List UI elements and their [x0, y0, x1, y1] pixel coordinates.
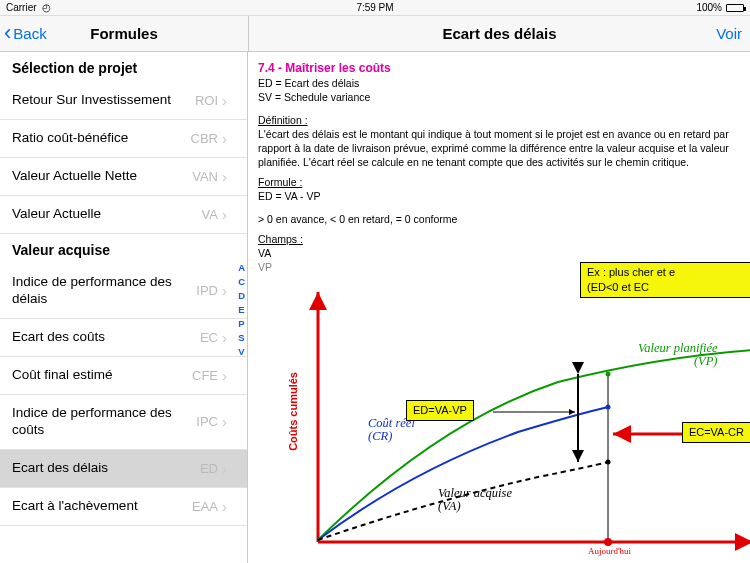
sidebar-item-label: Ecart des coûts	[12, 329, 200, 346]
sidebar-item-ec[interactable]: Ecart des coûts EC›	[0, 319, 247, 357]
chevron-right-icon: ›	[222, 413, 227, 430]
section-index[interactable]: A C D E P S V	[238, 262, 245, 357]
champs-va: VA	[258, 246, 740, 260]
sidebar-item-code: VA	[202, 207, 218, 222]
sidebar-item-cfe[interactable]: Coût final estimé CFE›	[0, 357, 247, 395]
voir-button[interactable]: Voir	[716, 25, 742, 42]
nav-separator	[248, 16, 249, 51]
detail-pane[interactable]: 7.4 - Maîtriser les coûts ED = Ecart des…	[248, 52, 750, 563]
sidebar-item-cbr[interactable]: Ratio coût-bénéfice CBR›	[0, 120, 247, 158]
svg-point-6	[606, 460, 611, 465]
sidebar-item-code: CBR	[191, 131, 218, 146]
sidebar-item-code: EC	[200, 330, 218, 345]
sidebar-item-code: IPD	[196, 283, 218, 298]
va-label: Valeur acquise (VA)	[438, 487, 512, 513]
sidebar-item-label: Ratio coût-bénéfice	[12, 130, 191, 147]
index-letter[interactable]: V	[238, 346, 245, 357]
section-header-valeur-acquise: Valeur acquise	[0, 234, 247, 264]
detail-title: Ecart des délais	[249, 25, 750, 42]
definition-body: L'écart des délais est le montant qui in…	[258, 127, 740, 170]
sidebar-item-code: IPC	[196, 414, 218, 429]
sidebar-item-code: ED	[200, 461, 218, 476]
chevron-right-icon: ›	[222, 460, 227, 477]
chart-svg	[258, 262, 750, 563]
chevron-right-icon: ›	[222, 130, 227, 147]
chevron-right-icon: ›	[222, 329, 227, 346]
content-heading: 7.4 - Maîtriser les coûts	[258, 60, 740, 76]
sidebar-item-label: Indice de performance des coûts	[12, 405, 196, 439]
sidebar-item-code: CFE	[192, 368, 218, 383]
ec-formula-box: EC=VA-CR	[682, 422, 750, 443]
chevron-left-icon: ‹	[4, 22, 11, 44]
back-button[interactable]: ‹ Back	[4, 24, 47, 44]
sidebar-item-label: Coût final estimé	[12, 367, 192, 384]
battery-icon	[726, 4, 744, 12]
chevron-right-icon: ›	[222, 168, 227, 185]
clock: 7:59 PM	[0, 2, 750, 13]
y-axis-label: Coûts cumulés	[286, 372, 301, 451]
index-letter[interactable]: C	[238, 276, 245, 287]
index-letter[interactable]: E	[238, 304, 245, 315]
section-header-selection: Sélection de projet	[0, 52, 247, 82]
sidebar-item-code: EAA	[192, 499, 218, 514]
back-label: Back	[13, 25, 46, 42]
champs-title: Champs :	[258, 232, 740, 246]
formule-title: Formule :	[258, 175, 740, 189]
svg-point-5	[606, 405, 611, 410]
chevron-right-icon: ›	[222, 367, 227, 384]
sidebar-item-roi[interactable]: Retour Sur Investissement ROI›	[0, 82, 247, 120]
index-letter[interactable]: D	[238, 290, 245, 301]
sidebar-item-va[interactable]: Valeur Actuelle VA›	[0, 196, 247, 234]
example-box: Ex : plus cher et e (ED<0 et EC	[580, 262, 750, 298]
formule-body: ED = VA - VP	[258, 189, 740, 203]
navigation-bar: ‹ Back Formules Ecart des délais Voir	[0, 16, 750, 52]
sidebar-item-ed[interactable]: Ecart des délais ED›	[0, 450, 247, 488]
index-letter[interactable]: S	[238, 332, 245, 343]
sidebar-item-label: Valeur Actuelle Nette	[12, 168, 192, 185]
sv-line: SV = Schedule variance	[258, 90, 740, 104]
ed-formula-box: ED=VA-VP	[406, 400, 474, 421]
index-letter[interactable]: P	[238, 318, 245, 329]
sign-line: > 0 en avance, < 0 en retard, = 0 confor…	[258, 212, 740, 226]
definition-title: Définition :	[258, 113, 740, 127]
today-label: Aujourd'hui	[588, 545, 631, 557]
status-bar: Carrier ◴ 7:59 PM 100%	[0, 0, 750, 16]
svg-point-4	[606, 372, 611, 377]
cr-label: Coût réel (CR)	[368, 417, 415, 443]
vp-label: Valeur planifiée (VP)	[638, 342, 718, 368]
sidebar-item-code: ROI	[195, 93, 218, 108]
sidebar-item-label: Ecart à l'achèvement	[12, 498, 192, 515]
sidebar-item-eaa[interactable]: Ecart à l'achèvement EAA›	[0, 488, 247, 526]
index-letter[interactable]: A	[238, 262, 245, 273]
chevron-right-icon: ›	[222, 282, 227, 299]
ed-line: ED = Ecart des délais	[258, 76, 740, 90]
sidebar-item-ipd[interactable]: Indice de performance des délais IPD›	[0, 264, 247, 319]
chevron-right-icon: ›	[222, 92, 227, 109]
sidebar-item-label: Retour Sur Investissement	[12, 92, 195, 109]
diagram: Coûts cumulés Ex : plus cher et e (ED<0 …	[258, 262, 750, 563]
sidebar-item-ipc[interactable]: Indice de performance des coûts IPC›	[0, 395, 247, 450]
sidebar-item-van[interactable]: Valeur Actuelle Nette VAN›	[0, 158, 247, 196]
sidebar-item-code: VAN	[192, 169, 218, 184]
chevron-right-icon: ›	[222, 206, 227, 223]
chevron-right-icon: ›	[222, 498, 227, 515]
sidebar-item-label: Valeur Actuelle	[12, 206, 202, 223]
sidebar-item-label: Indice de performance des délais	[12, 274, 196, 308]
sidebar: Sélection de projet Retour Sur Investiss…	[0, 52, 248, 563]
sidebar-item-label: Ecart des délais	[12, 460, 200, 477]
